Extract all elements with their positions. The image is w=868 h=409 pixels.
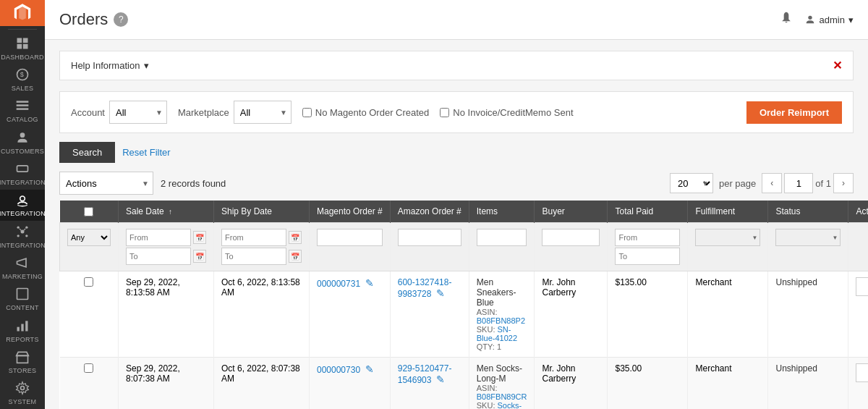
row2-magento-order-link[interactable]: 000000730: [317, 365, 360, 375]
svg-rect-7: [17, 105, 29, 107]
th-buyer[interactable]: Buyer: [535, 201, 608, 223]
buyer-filter-input[interactable]: [542, 229, 600, 246]
row1-edit-icon[interactable]: ✎: [365, 277, 374, 289]
reset-filter-link[interactable]: Reset Filter: [122, 147, 170, 158]
row1-sku-link[interactable]: SN-Blue-41022: [477, 325, 517, 342]
select-all-checkbox[interactable]: [84, 207, 93, 216]
ship-date-to-calendar-icon[interactable]: 📅: [289, 250, 302, 263]
sidebar-item-integration-ebay[interactable]: Integration: [0, 158, 45, 189]
admin-username: admin: [820, 14, 845, 25]
sidebar-item-system[interactable]: System: [0, 378, 45, 409]
sidebar-item-reports[interactable]: Reports: [0, 315, 45, 346]
sidebar-logo[interactable]: [0, 0, 45, 26]
no-invoice-checkbox[interactable]: [440, 108, 449, 117]
page-title-area: Orders ?: [59, 10, 128, 29]
user-icon: [804, 14, 816, 25]
total-pages: of 1: [815, 178, 831, 189]
marketplace-filter-group: Marketplace All ▼: [178, 101, 292, 124]
row1-amazon-edit-icon[interactable]: ✎: [436, 287, 445, 299]
filter-cell-total-paid: [608, 223, 688, 271]
th-sale-date[interactable]: Sale Date ↑: [119, 201, 214, 223]
sidebar-item-label: Sales: [12, 85, 34, 92]
total-paid-to-input[interactable]: [615, 248, 680, 265]
sale-date-to-calendar-icon[interactable]: 📅: [193, 250, 206, 263]
sidebar-item-label: Integration: [0, 179, 46, 186]
no-invoice-label: No Invoice/CreditMemo Sent: [453, 107, 573, 118]
svg-rect-19: [17, 289, 28, 300]
row2-total-paid: $35.00: [608, 358, 688, 410]
help-info-toggle[interactable]: Help Information ▾: [71, 60, 149, 71]
sidebar-item-dashboard[interactable]: Dashboard: [0, 33, 45, 64]
row2-buyer: Mr. John Carberry: [535, 358, 608, 410]
svg-rect-21: [21, 324, 23, 331]
row1-items: Men Sneakers-Blue ASIN: B08FBN88P2 SKU: …: [469, 271, 535, 358]
per-page-select[interactable]: 20 50 100: [670, 173, 713, 193]
th-status[interactable]: Status: [768, 201, 848, 223]
current-page-input[interactable]: [784, 173, 813, 193]
next-page-button[interactable]: ›: [833, 173, 854, 193]
sales-icon: $: [15, 67, 30, 82]
total-paid-from-input[interactable]: [615, 229, 680, 246]
sidebar-item-sales[interactable]: $ Sales: [0, 64, 45, 95]
row2-items: Men Socks-Long-M ASIN: B08FBN89CR SKU: S…: [469, 358, 535, 410]
row1-checkbox[interactable]: [84, 277, 93, 287]
account-select-wrapper: All ▼: [109, 101, 167, 124]
marketplace-select[interactable]: All: [234, 101, 292, 124]
prev-page-button[interactable]: ‹: [762, 173, 782, 193]
th-fulfillment[interactable]: Fulfillment: [688, 201, 768, 223]
no-magento-checkbox[interactable]: [302, 108, 312, 117]
th-total-paid[interactable]: Total Paid: [608, 201, 688, 223]
account-select[interactable]: All: [109, 101, 167, 124]
fulfillment-filter-select[interactable]: Merchant Amazon: [695, 229, 760, 246]
row1-magento-order-link[interactable]: 000000731: [317, 279, 360, 289]
th-amazon-order[interactable]: Amazon Order #: [390, 201, 469, 223]
magento-order-filter-input[interactable]: [317, 229, 383, 246]
ship-date-to-input[interactable]: [221, 248, 286, 265]
reports-icon: [15, 319, 30, 333]
sidebar: Dashboard $ Sales Catalog Customers Inte…: [0, 0, 45, 409]
items-filter-input[interactable]: [477, 229, 527, 246]
sidebar-item-stores[interactable]: Stores: [0, 346, 45, 377]
sidebar-item-content[interactable]: Content: [0, 284, 45, 315]
sidebar-item-integration-amazon[interactable]: Integration: [0, 190, 45, 221]
sidebar-item-label: System: [9, 398, 37, 405]
th-items[interactable]: Items: [469, 201, 535, 223]
admin-user-menu[interactable]: admin ▾: [804, 14, 854, 25]
filter-cell-sale-date: 📅 📅: [119, 223, 214, 271]
actions-select[interactable]: Actions: [59, 172, 153, 195]
page-help-icon[interactable]: ?: [114, 12, 128, 27]
row1-asin-link[interactable]: B08FBN88P2: [477, 316, 525, 325]
row2-asin-link[interactable]: B08FBN89CR: [477, 392, 527, 401]
sidebar-item-catalog[interactable]: Catalog: [0, 96, 45, 127]
ship-date-from-calendar-icon[interactable]: 📅: [289, 231, 302, 244]
ship-date-from-input[interactable]: [221, 229, 286, 246]
no-magento-filter[interactable]: No Magento Order Created: [302, 107, 430, 118]
sale-date-from-calendar-icon[interactable]: 📅: [193, 231, 206, 244]
account-label: Account: [71, 107, 105, 118]
th-magento-order[interactable]: Magento Order #: [310, 201, 391, 223]
row2-sku-link[interactable]: Socks-M-45786: [477, 401, 522, 409]
sale-date-to-input[interactable]: [126, 248, 191, 265]
sidebar-item-customers[interactable]: Customers: [0, 127, 45, 158]
sidebar-item-integration-other[interactable]: Integration: [0, 221, 45, 252]
table-controls-left: Actions ▼ 2 records found: [59, 172, 226, 195]
amazon-order-filter-input[interactable]: [398, 229, 461, 246]
row2-actions-dropdown[interactable]: [856, 363, 868, 382]
sale-date-from-input[interactable]: [126, 229, 191, 246]
any-select[interactable]: Any: [67, 229, 111, 246]
row2-edit-icon[interactable]: ✎: [365, 363, 374, 375]
notification-icon[interactable]: [779, 11, 793, 29]
sidebar-item-marketing[interactable]: Marketing: [0, 252, 45, 283]
row1-fulfillment: Merchant: [688, 271, 768, 358]
sort-asc-icon: ↑: [169, 208, 172, 216]
status-filter-select[interactable]: Unshipped Shipped: [775, 229, 841, 246]
help-info-close[interactable]: ✕: [833, 59, 842, 72]
row2-amazon-edit-icon[interactable]: ✎: [436, 374, 445, 385]
no-invoice-filter[interactable]: No Invoice/CreditMemo Sent: [440, 107, 573, 118]
order-reimport-button[interactable]: Order Reimport: [746, 101, 842, 124]
row1-actions-dropdown[interactable]: [856, 277, 868, 296]
row2-checkbox[interactable]: [84, 363, 93, 373]
th-ship-by-date[interactable]: Ship By Date: [214, 201, 310, 223]
search-button[interactable]: Search: [59, 142, 115, 163]
header-right: admin ▾: [779, 11, 854, 29]
